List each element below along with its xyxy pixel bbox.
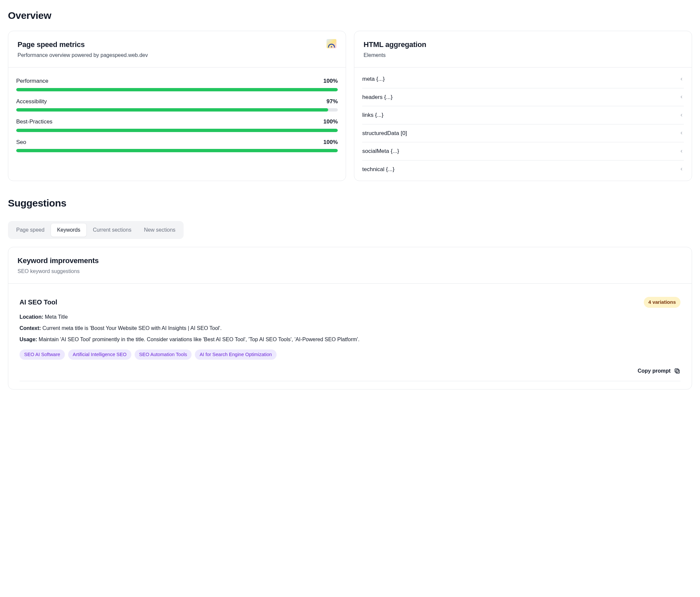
metric-row: Performance 100% (16, 77, 338, 91)
page-speed-title: Page speed metrics (18, 39, 148, 50)
page-speed-subtitle: Performance overview powered by pagespee… (18, 51, 148, 59)
html-agg-title: HTML aggregation (364, 39, 426, 50)
tab-current-sections[interactable]: Current sections (87, 223, 138, 237)
overview-heading: Overview (8, 8, 692, 23)
html-agg-item[interactable]: headers {...} (362, 88, 684, 106)
metric-label: Performance (16, 77, 48, 86)
html-agg-subtitle: Elements (364, 51, 426, 59)
context-label: Context: (20, 325, 41, 331)
keyword-context: Context: Current meta title is 'Boost Yo… (20, 324, 680, 332)
location-label: Location: (20, 314, 43, 320)
html-agg-item-label: meta {...} (362, 75, 385, 83)
html-agg-item[interactable]: links {...} (362, 106, 684, 124)
copy-prompt-button[interactable]: Copy prompt (20, 367, 680, 381)
chevron-left-icon (679, 131, 684, 135)
progress-track (16, 149, 338, 152)
metric-label: Accessibility (16, 97, 47, 106)
keyword-chip[interactable]: AI for Search Engine Optimization (195, 350, 276, 360)
usage-label: Usage: (20, 337, 37, 342)
suggestions-heading: Suggestions (8, 196, 692, 211)
location-value: Meta Title (45, 314, 68, 320)
progress-track (16, 108, 338, 112)
keyword-name: AI SEO Tool (20, 297, 57, 307)
html-agg-item[interactable]: meta {...} (362, 68, 684, 88)
pagespeed-logo-icon (326, 39, 336, 48)
metric-row: Seo 100% (16, 138, 338, 152)
chevron-left-icon (679, 149, 684, 153)
progress-fill (16, 149, 338, 152)
html-agg-item-label: headers {...} (362, 93, 393, 102)
chevron-left-icon (679, 95, 684, 99)
metric-value: 100% (324, 138, 338, 147)
html-agg-item-label: technical {...} (362, 165, 394, 174)
metric-label: Best-Practices (16, 118, 53, 126)
usage-value: Maintain 'AI SEO Tool' prominently in th… (39, 337, 359, 342)
html-agg-item[interactable]: socialMeta {...} (362, 142, 684, 161)
tab-new-sections[interactable]: New sections (138, 223, 182, 237)
progress-fill (16, 129, 338, 132)
progress-track (16, 88, 338, 91)
metric-value: 100% (324, 77, 338, 86)
chevron-left-icon (679, 167, 684, 171)
suggestions-tabs: Page speedKeywordsCurrent sectionsNew se… (8, 221, 183, 239)
keyword-usage: Usage: Maintain 'AI SEO Tool' prominentl… (20, 336, 680, 343)
tab-page-speed[interactable]: Page speed (10, 223, 51, 237)
keyword-chip[interactable]: Artificial Intelligence SEO (68, 350, 131, 360)
html-agg-item[interactable]: structuredData [0] (362, 124, 684, 143)
copy-icon (674, 368, 680, 374)
html-agg-item-label: structuredData [0] (362, 129, 407, 138)
html-agg-item-label: socialMeta {...} (362, 147, 399, 156)
progress-fill (16, 108, 328, 112)
keyword-improvements-subtitle: SEO keyword suggestions (18, 267, 99, 275)
keyword-location: Location: Meta Title (20, 313, 680, 321)
chevron-left-icon (679, 77, 684, 81)
page-speed-card: Page speed metrics Performance overview … (8, 31, 346, 181)
chevron-left-icon (679, 113, 684, 118)
html-agg-item-label: links {...} (362, 111, 383, 119)
svg-rect-1 (676, 370, 679, 373)
keyword-chip[interactable]: SEO AI Software (20, 350, 65, 360)
keyword-improvements-title: Keyword improvements (18, 255, 99, 266)
keyword-chip[interactable]: SEO Automation Tools (135, 350, 192, 360)
html-agg-item[interactable]: technical {...} (362, 161, 684, 181)
html-aggregation-card: HTML aggregation Elements meta {...} hea… (354, 31, 692, 181)
svg-point-0 (331, 46, 332, 48)
keyword-chips: SEO AI SoftwareArtificial Intelligence S… (20, 350, 680, 360)
context-value: Current meta title is 'Boost Your Websit… (42, 325, 221, 331)
metric-value: 97% (326, 97, 338, 106)
html-agg-list: meta {...} headers {...} links {...} str… (354, 68, 692, 181)
keyword-improvements-card: Keyword improvements SEO keyword suggest… (8, 247, 692, 389)
progress-fill (16, 88, 338, 91)
metric-label: Seo (16, 138, 26, 147)
metric-row: Best-Practices 100% (16, 118, 338, 132)
tab-keywords[interactable]: Keywords (51, 223, 86, 237)
copy-prompt-label: Copy prompt (638, 367, 671, 375)
metric-value: 100% (324, 118, 338, 126)
svg-rect-2 (675, 369, 678, 372)
metric-row: Accessibility 97% (16, 97, 338, 112)
page-speed-metrics: Performance 100% Accessibility 97% Best-… (8, 68, 346, 160)
progress-track (16, 129, 338, 132)
variations-badge: 4 variations (644, 297, 680, 308)
